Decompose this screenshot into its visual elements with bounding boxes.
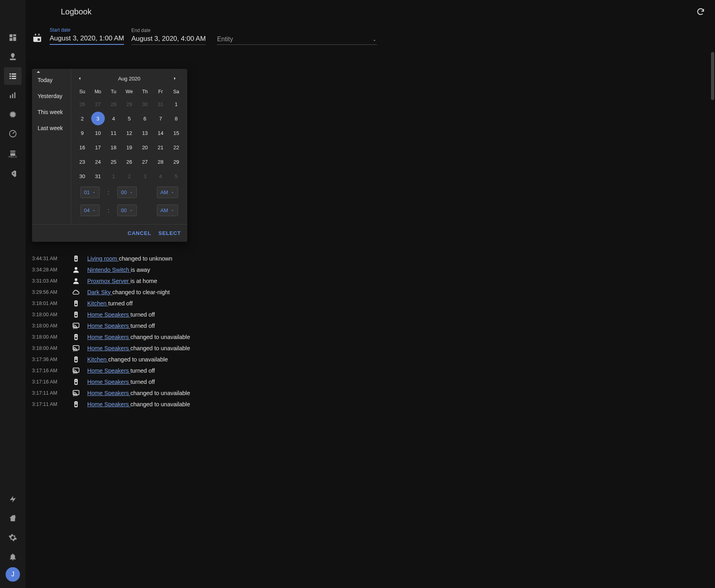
- log-text: Living room changed to unknown: [87, 255, 172, 262]
- avatar[interactable]: J: [6, 567, 20, 582]
- log-time: 3:17:16 AM: [32, 379, 65, 385]
- end-minute-select[interactable]: 00: [117, 205, 136, 216]
- scrollbar[interactable]: [711, 52, 714, 100]
- entity-link[interactable]: Living room: [87, 255, 119, 262]
- calendar-icon[interactable]: [32, 33, 42, 45]
- log-text: Home Speakers changed to unavailable: [87, 334, 190, 340]
- svg-rect-6: [12, 78, 16, 79]
- calendar-day[interactable]: 28: [106, 97, 121, 111]
- sidebar-item-chip[interactable]: [4, 106, 22, 123]
- calendar-day[interactable]: 18: [106, 140, 121, 155]
- calendar-day[interactable]: 22: [168, 140, 184, 155]
- chevron-up-icon[interactable]: [34, 69, 42, 76]
- refresh-button[interactable]: [693, 4, 709, 20]
- log-time: 3:18:00 AM: [32, 334, 65, 340]
- calendar-day[interactable]: 13: [137, 126, 153, 140]
- calendar-day[interactable]: 28: [153, 155, 168, 169]
- calendar-day[interactable]: 30: [74, 169, 90, 183]
- calendar-day[interactable]: 24: [90, 155, 106, 169]
- preset-item[interactable]: Yesterday: [32, 88, 71, 104]
- log-text: Dark Sky changed to clear-night: [87, 289, 170, 295]
- start-ampm-select[interactable]: AM: [157, 187, 178, 198]
- calendar-day[interactable]: 31: [153, 97, 168, 111]
- calendar-day[interactable]: 20: [137, 140, 153, 155]
- calendar-day[interactable]: 12: [121, 126, 137, 140]
- sidebar-item-map[interactable]: [4, 48, 22, 66]
- calendar-day[interactable]: 7: [153, 111, 168, 126]
- entity-link[interactable]: Home Speakers: [87, 367, 130, 374]
- calendar-day[interactable]: 27: [137, 155, 153, 169]
- calendar-day[interactable]: 26: [74, 97, 90, 111]
- entity-link[interactable]: Home Speakers: [87, 311, 130, 318]
- svg-point-43: [73, 373, 74, 374]
- calendar-day[interactable]: 15: [168, 126, 184, 140]
- sidebar-item-supervisor[interactable]: [4, 510, 22, 527]
- calendar-day[interactable]: 25: [106, 155, 121, 169]
- entity-link[interactable]: Home Speakers: [87, 401, 130, 407]
- sidebar-item-devtools[interactable]: [4, 490, 22, 508]
- calendar-day[interactable]: 10: [90, 126, 106, 140]
- calendar-day[interactable]: 29: [168, 155, 184, 169]
- entity-link[interactable]: Kitchen: [87, 300, 108, 307]
- calendar-day[interactable]: 31: [90, 169, 106, 183]
- start-minute-select[interactable]: 00: [117, 187, 136, 198]
- sidebar-item-hacs[interactable]: HACS: [4, 144, 22, 163]
- calendar-day[interactable]: 2: [74, 111, 90, 126]
- sidebar-item-vscode[interactable]: [4, 165, 22, 183]
- calendar-day[interactable]: 4: [106, 111, 121, 126]
- entity-link[interactable]: Home Speakers: [87, 379, 130, 385]
- calendar-day[interactable]: 16: [74, 140, 90, 155]
- entity-link[interactable]: Dark Sky: [87, 289, 112, 295]
- select-button[interactable]: SELECT: [158, 230, 181, 236]
- entity-link[interactable]: Home Speakers: [87, 334, 130, 340]
- cancel-button[interactable]: CANCEL: [128, 230, 151, 236]
- sidebar-item-history[interactable]: [4, 86, 22, 104]
- sidebar-item-logbook[interactable]: [4, 67, 22, 85]
- calendar-day[interactable]: 29: [121, 97, 137, 111]
- calendar-day[interactable]: 5: [168, 169, 184, 183]
- calendar-day[interactable]: 5: [121, 111, 137, 126]
- calendar-day[interactable]: 3: [90, 111, 106, 126]
- calendar-day[interactable]: 21: [153, 140, 168, 155]
- end-date-input[interactable]: August 3, 2020, 4:00 AM: [131, 34, 206, 45]
- calendar-day[interactable]: 19: [121, 140, 137, 155]
- calendar-day[interactable]: 1: [168, 97, 184, 111]
- preset-item[interactable]: Last week: [32, 120, 71, 136]
- calendar-day[interactable]: 3: [137, 169, 153, 183]
- end-hour-select[interactable]: 04: [80, 205, 100, 216]
- calendar-day[interactable]: 14: [153, 126, 168, 140]
- calendar-day[interactable]: 2: [121, 169, 137, 183]
- sidebar-item-notifications[interactable]: [4, 548, 22, 566]
- entity-link[interactable]: Home Speakers: [87, 323, 130, 329]
- calendar-day[interactable]: 11: [106, 126, 121, 140]
- entity-link[interactable]: Home Speakers: [87, 345, 130, 351]
- calendar-day[interactable]: 9: [74, 126, 90, 140]
- entity-select[interactable]: Entity: [217, 36, 377, 45]
- svg-rect-42: [73, 368, 79, 372]
- entity-link[interactable]: Kitchen: [87, 356, 108, 363]
- calendar-day[interactable]: 23: [74, 155, 90, 169]
- calendar-day[interactable]: 30: [137, 97, 153, 111]
- calendar-day[interactable]: 8: [168, 111, 184, 126]
- speaker-icon: [71, 255, 81, 263]
- next-month-button[interactable]: [172, 76, 182, 81]
- log-text: Home Speakers turned off: [87, 311, 155, 318]
- preset-item[interactable]: This week: [32, 104, 71, 120]
- calendar-day[interactable]: 1: [106, 169, 121, 183]
- calendar-day[interactable]: 17: [90, 140, 106, 155]
- sidebar-item-config[interactable]: [4, 529, 22, 546]
- calendar-day[interactable]: 4: [153, 169, 168, 183]
- sidebar-item-gauge[interactable]: [4, 125, 22, 142]
- calendar-day[interactable]: 6: [137, 111, 153, 126]
- entity-link[interactable]: Home Speakers: [87, 390, 130, 396]
- sidebar-item-overview[interactable]: [4, 29, 22, 46]
- log-row: 3:29:56 AMDark Sky changed to clear-nigh…: [32, 287, 709, 298]
- prev-month-button[interactable]: [77, 76, 86, 81]
- start-hour-select[interactable]: 01: [80, 187, 100, 198]
- calendar-day[interactable]: 27: [90, 97, 106, 111]
- entity-link[interactable]: Nintendo Switch: [87, 267, 131, 273]
- calendar-day[interactable]: 26: [121, 155, 137, 169]
- end-ampm-select[interactable]: AM: [157, 205, 178, 216]
- start-date-input[interactable]: August 3, 2020, 1:00 AM: [50, 34, 124, 45]
- entity-link[interactable]: Proxmox Server: [87, 278, 130, 284]
